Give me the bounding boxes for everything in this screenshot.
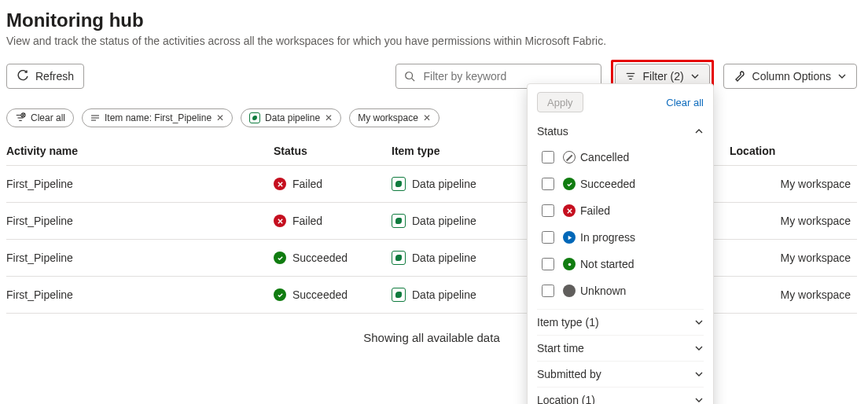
chip-clear-all-label: Clear all bbox=[31, 112, 65, 123]
chip-label: My workspace bbox=[358, 112, 418, 123]
cell-activity: First_Pipeline bbox=[6, 277, 274, 314]
filter-checkbox[interactable] bbox=[542, 258, 554, 270]
pipeline-icon bbox=[392, 177, 406, 191]
filter-chips: Clear all Item name: First_Pipeline ✕ Da… bbox=[6, 108, 857, 127]
chevron-down-icon bbox=[694, 395, 704, 404]
table-header-row: Activity name Status Item type Start Loc… bbox=[6, 138, 857, 166]
cell-activity: First_Pipeline bbox=[6, 240, 274, 277]
cell-status: Succeeded bbox=[274, 277, 392, 314]
table-row[interactable]: First_PipelineSucceededData pipeline6:08… bbox=[6, 277, 857, 314]
cell-item-type: Data pipeline bbox=[392, 277, 533, 314]
chip-remove-icon[interactable]: ✕ bbox=[216, 112, 224, 123]
filter-option-label: Failed bbox=[563, 204, 610, 217]
cell-item-type: Data pipeline bbox=[392, 240, 533, 277]
table-row[interactable]: First_PipelineFailedData pipeline4:15 PM… bbox=[6, 203, 857, 240]
refresh-button[interactable]: Refresh bbox=[6, 64, 84, 89]
chip-label: Data pipeline bbox=[265, 112, 320, 123]
filter-option-label: In progress bbox=[563, 231, 635, 244]
filter-section-status[interactable]: Status bbox=[537, 119, 704, 144]
cell-status: Succeeded bbox=[274, 240, 392, 277]
status-inprogress-icon bbox=[563, 231, 576, 244]
filter-option-succeeded[interactable]: Succeeded bbox=[537, 171, 704, 197]
col-item-type[interactable]: Item type bbox=[392, 138, 533, 166]
filter-checkbox[interactable] bbox=[542, 204, 554, 217]
filter-section-location[interactable]: Location (1) bbox=[537, 387, 704, 404]
filter-option-label: Cancelled bbox=[563, 151, 629, 163]
status-failed-icon bbox=[274, 215, 286, 227]
filter-section-start-time[interactable]: Start time bbox=[537, 335, 704, 361]
cell-item-type: Data pipeline bbox=[392, 203, 533, 240]
filter-checkbox[interactable] bbox=[542, 285, 554, 297]
filter-apply-button[interactable]: Apply bbox=[537, 92, 583, 112]
cell-location: My workspace bbox=[730, 240, 857, 277]
col-status[interactable]: Status bbox=[274, 138, 392, 166]
chip-remove-icon[interactable]: ✕ bbox=[423, 112, 431, 123]
col-location[interactable]: Location bbox=[730, 138, 857, 166]
chip-remove-icon[interactable]: ✕ bbox=[325, 112, 333, 123]
status-succeeded-icon bbox=[563, 178, 576, 190]
table-row[interactable]: First_PipelineFailedData pipeline3:40 PM… bbox=[6, 166, 857, 203]
filter-section-label: Item type (1) bbox=[537, 316, 599, 329]
svg-point-20 bbox=[568, 263, 571, 266]
chip-label: Item name: First_Pipeline bbox=[105, 112, 211, 123]
status-failed-icon bbox=[274, 178, 286, 190]
cell-activity: First_Pipeline bbox=[6, 203, 274, 240]
svg-point-0 bbox=[406, 72, 413, 79]
cell-location: My workspace bbox=[730, 166, 857, 203]
filter-option-unknown[interactable]: Unknown bbox=[537, 277, 704, 304]
filter-option-label: Unknown bbox=[563, 285, 626, 297]
col-activity-name[interactable]: Activity name bbox=[6, 138, 274, 166]
filter-option-label: Not started bbox=[563, 258, 634, 270]
cell-location: My workspace bbox=[730, 277, 857, 314]
page-subtitle: View and track the status of the activit… bbox=[6, 35, 857, 47]
pipeline-icon bbox=[392, 214, 406, 228]
filter-clear-all-link[interactable]: Clear all bbox=[666, 97, 704, 108]
chip-data-pipeline[interactable]: Data pipeline ✕ bbox=[241, 108, 341, 127]
status-succeeded-icon bbox=[274, 252, 286, 264]
filter-icon bbox=[625, 71, 636, 82]
filter-section-label: Start time bbox=[537, 342, 584, 354]
column-options-label: Column Options bbox=[752, 70, 831, 83]
refresh-icon bbox=[17, 70, 29, 83]
search-input[interactable] bbox=[421, 69, 593, 83]
clear-filter-icon bbox=[15, 112, 26, 123]
text-icon bbox=[90, 113, 100, 123]
chevron-down-icon bbox=[694, 318, 704, 327]
cell-status: Failed bbox=[274, 203, 392, 240]
filter-checkbox[interactable] bbox=[542, 178, 554, 190]
filter-option-notstarted[interactable]: Not started bbox=[537, 251, 704, 277]
chevron-down-icon bbox=[694, 369, 704, 379]
filter-option-failed[interactable]: Failed bbox=[537, 197, 704, 224]
filter-section-label: Submitted by bbox=[537, 368, 601, 380]
filter-option-label: Succeeded bbox=[563, 178, 635, 190]
filter-option-inprogress[interactable]: In progress bbox=[537, 224, 704, 251]
filter-panel: Apply Clear all Status CancelledSucceede… bbox=[527, 83, 714, 404]
table-footer-message: Showing all available data bbox=[6, 314, 857, 362]
filter-section-submitted-by[interactable]: Submitted by bbox=[537, 361, 704, 387]
chip-clear-all[interactable]: Clear all bbox=[6, 108, 74, 127]
column-options-button[interactable]: Column Options bbox=[723, 64, 857, 89]
status-failed-icon bbox=[563, 204, 576, 217]
cell-activity: First_Pipeline bbox=[6, 166, 274, 203]
filter-section-label: Location (1) bbox=[537, 394, 595, 404]
status-notstarted-icon bbox=[563, 258, 576, 270]
filter-checkbox[interactable] bbox=[542, 151, 554, 163]
filter-checkbox[interactable] bbox=[542, 231, 554, 244]
wrench-icon bbox=[734, 70, 746, 83]
filter-section-label: Status bbox=[537, 125, 568, 138]
chevron-down-icon bbox=[837, 72, 847, 81]
chip-workspace[interactable]: My workspace ✕ bbox=[349, 108, 440, 127]
table-row[interactable]: First_PipelineSucceededData pipeline3:42… bbox=[6, 240, 857, 277]
cell-status: Failed bbox=[274, 166, 392, 203]
cell-item-type: Data pipeline bbox=[392, 166, 533, 203]
pipeline-icon bbox=[392, 251, 406, 265]
status-unknown-icon bbox=[563, 285, 576, 297]
filter-section-item-type[interactable]: Item type (1) bbox=[537, 309, 704, 335]
pipeline-icon bbox=[249, 112, 260, 123]
chip-item-name[interactable]: Item name: First_Pipeline ✕ bbox=[82, 108, 233, 127]
status-cancelled-icon bbox=[563, 151, 576, 163]
refresh-label: Refresh bbox=[35, 70, 74, 83]
chevron-down-icon bbox=[690, 72, 700, 81]
pipeline-icon bbox=[392, 288, 406, 302]
filter-option-cancelled[interactable]: Cancelled bbox=[537, 144, 704, 171]
